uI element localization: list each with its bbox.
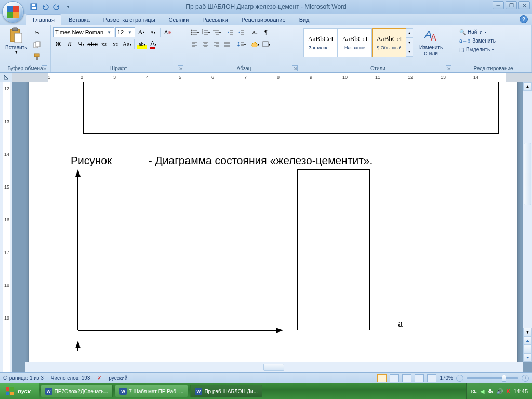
tab-home[interactable]: Главная bbox=[26, 14, 61, 25]
zoom-knob[interactable] bbox=[502, 375, 506, 382]
underline-button[interactable]: Ч▾ bbox=[76, 39, 86, 49]
scroll-up-icon[interactable]: ▲ bbox=[523, 82, 532, 91]
change-case-icon[interactable]: Aa▾ bbox=[122, 39, 132, 49]
font-launcher-icon[interactable]: ⇲ bbox=[178, 65, 183, 71]
scrollbar-thumb[interactable] bbox=[524, 143, 531, 205]
paste-button[interactable]: Вставить ▼ bbox=[2, 26, 30, 55]
style-normal[interactable]: AaBbCcI¶ Обычный bbox=[372, 28, 406, 57]
tab-insert[interactable]: Вставка bbox=[62, 15, 96, 25]
font-size-combo[interactable]: 12▼ bbox=[115, 27, 135, 37]
tab-mailings[interactable]: Рассылки bbox=[196, 15, 234, 25]
restore-button[interactable]: ❐ bbox=[506, 1, 517, 9]
zoom-slider[interactable] bbox=[467, 377, 518, 379]
cut-icon[interactable]: ✂ bbox=[31, 27, 43, 38]
line-spacing-icon[interactable]: ▾ bbox=[236, 39, 246, 49]
change-styles-button[interactable]: AA Изменить стили bbox=[416, 26, 446, 57]
align-center-icon[interactable] bbox=[200, 39, 210, 49]
style-title[interactable]: AaBbCcIНазвание bbox=[338, 28, 372, 57]
taskbar-item-3[interactable]: WПр раб ШАБЛОН Ди... bbox=[190, 385, 262, 397]
bold-button[interactable]: Ж bbox=[53, 39, 63, 49]
ruler-scale[interactable]: 1234567891011121314 bbox=[12, 73, 532, 82]
clock[interactable]: 14:45 bbox=[513, 388, 528, 394]
gallery-down-icon[interactable]: ▼ bbox=[406, 38, 413, 47]
show-marks-icon[interactable]: ¶ bbox=[261, 27, 271, 37]
select-button[interactable]: ⬚Выделить▾ bbox=[457, 46, 498, 54]
redo-icon[interactable] bbox=[52, 2, 61, 11]
multilevel-icon[interactable]: ▾ bbox=[211, 27, 221, 37]
subscript-button[interactable]: x2 bbox=[99, 39, 109, 49]
tab-layout[interactable]: Разметка страницы bbox=[97, 15, 162, 25]
zoom-out-icon[interactable]: − bbox=[456, 375, 463, 382]
borders-icon[interactable]: ▾ bbox=[261, 39, 271, 49]
tab-view[interactable]: Вид bbox=[293, 15, 316, 25]
styles-launcher-icon[interactable]: ⇲ bbox=[446, 65, 451, 71]
clipboard-launcher-icon[interactable]: ⇲ bbox=[42, 65, 47, 71]
indent-icon[interactable] bbox=[236, 27, 246, 37]
status-words[interactable]: Число слов: 193 bbox=[51, 375, 90, 381]
tray-kaspersky-icon[interactable]: K bbox=[507, 388, 511, 394]
numbering-icon[interactable]: 123▾ bbox=[200, 27, 210, 37]
tab-review[interactable]: Рецензирование bbox=[235, 15, 292, 25]
strike-button[interactable]: abc bbox=[87, 39, 98, 49]
tray-network-icon[interactable]: 🖧 bbox=[487, 388, 493, 394]
gallery-more-icon[interactable]: ▼ bbox=[406, 47, 413, 57]
replace-button[interactable]: a→bЗаменить bbox=[457, 37, 498, 45]
close-button[interactable]: ✕ bbox=[518, 1, 530, 9]
bullets-icon[interactable]: ▾ bbox=[189, 27, 200, 37]
scrollbar-horizontal[interactable] bbox=[25, 362, 523, 372]
style-heading[interactable]: AaBbCcIЗаголово... bbox=[303, 28, 338, 57]
view-draft-icon[interactable] bbox=[427, 374, 436, 382]
grow-font-icon[interactable]: A▴ bbox=[136, 27, 147, 37]
scrollbar-thumb[interactable] bbox=[263, 364, 284, 371]
ruler-corner[interactable] bbox=[0, 73, 12, 82]
outdent-icon[interactable] bbox=[225, 27, 235, 37]
font-name-combo[interactable]: Times New Roman▼ bbox=[53, 27, 114, 37]
justify-icon[interactable] bbox=[222, 39, 232, 49]
proofing-icon[interactable]: ✗ bbox=[97, 375, 101, 381]
tab-references[interactable]: Ссылки bbox=[163, 15, 195, 25]
shading-icon[interactable]: ▾ bbox=[250, 39, 260, 49]
qat-dropdown-icon[interactable]: ▼ bbox=[63, 2, 73, 11]
save-icon[interactable] bbox=[29, 2, 38, 11]
zoom-level[interactable]: 170% bbox=[440, 375, 453, 381]
office-button[interactable] bbox=[2, 1, 24, 23]
tray-sound-icon[interactable]: 🔊 bbox=[496, 388, 503, 395]
format-painter-icon[interactable] bbox=[31, 51, 43, 62]
font-color-icon[interactable]: A▾ bbox=[148, 39, 158, 49]
ruler-vertical[interactable]: 1213141516171819 bbox=[0, 82, 12, 372]
scroll-track[interactable] bbox=[523, 91, 532, 328]
help-icon[interactable]: ? bbox=[520, 15, 528, 23]
align-left-icon[interactable] bbox=[189, 39, 200, 49]
highlight-icon[interactable]: ab▾ bbox=[137, 39, 147, 49]
view-print-icon[interactable] bbox=[377, 374, 387, 382]
superscript-button[interactable]: x2 bbox=[110, 39, 121, 49]
browse-object-icon[interactable]: ◦ bbox=[523, 345, 532, 353]
para-launcher-icon[interactable]: ⇲ bbox=[292, 65, 298, 71]
copy-icon[interactable] bbox=[31, 39, 43, 50]
minimize-button[interactable]: ─ bbox=[493, 1, 504, 9]
view-reading-icon[interactable] bbox=[390, 374, 399, 382]
view-outline-icon[interactable] bbox=[415, 374, 424, 382]
svg-rect-51 bbox=[263, 42, 268, 47]
taskbar-item-1[interactable]: WПР7Слож2ДСпечать... bbox=[41, 385, 113, 397]
status-page[interactable]: Страница: 1 из 3 bbox=[3, 375, 44, 381]
tray-safely-remove-icon[interactable]: ◀ bbox=[480, 388, 484, 395]
scroll-down-icon[interactable]: ▼ bbox=[523, 328, 532, 337]
status-lang[interactable]: русский bbox=[109, 375, 127, 381]
lang-indicator[interactable]: RL bbox=[471, 389, 477, 394]
find-button[interactable]: 🔍Найти▾ bbox=[457, 28, 498, 36]
undo-icon[interactable] bbox=[41, 2, 50, 11]
gallery-up-icon[interactable]: ▲ bbox=[406, 29, 413, 38]
next-page-icon[interactable]: ⏷ bbox=[523, 353, 532, 362]
clear-format-icon[interactable]: A⊘ bbox=[163, 27, 173, 37]
zoom-in-icon[interactable]: + bbox=[522, 375, 529, 382]
page[interactable]: Рисунок - Диаграмма состояния «железо-це… bbox=[29, 82, 517, 372]
align-right-icon[interactable] bbox=[211, 39, 221, 49]
shrink-font-icon[interactable]: A▾ bbox=[148, 27, 158, 37]
taskbar-item-2[interactable]: W7 Шабл мат ПР Раб -... bbox=[115, 385, 188, 397]
view-web-icon[interactable] bbox=[402, 374, 411, 382]
sort-icon[interactable]: A↓ bbox=[250, 27, 260, 37]
start-button[interactable]: пуск bbox=[0, 383, 39, 399]
prev-page-icon[interactable]: ⏶ bbox=[523, 337, 532, 345]
italic-button[interactable]: К bbox=[64, 39, 75, 49]
